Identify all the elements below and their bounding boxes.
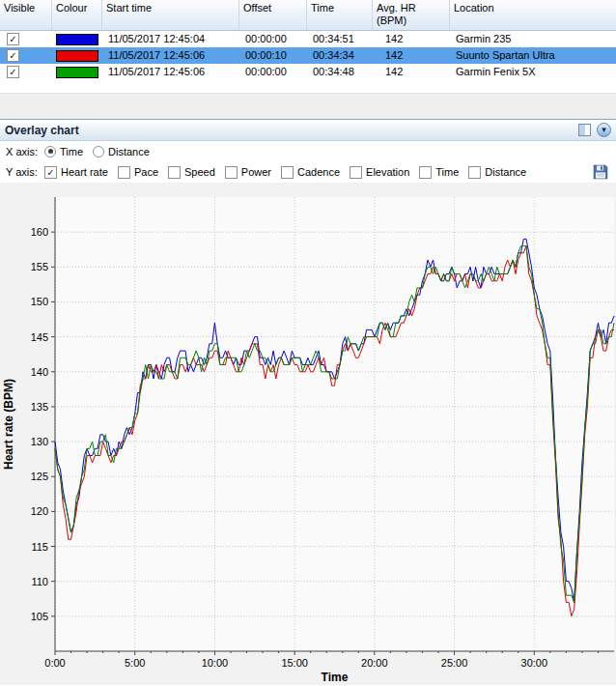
svg-text:15:00: 15:00 xyxy=(281,657,308,669)
svg-text:125: 125 xyxy=(31,471,48,482)
location-value: Suunto Spartan Ultra xyxy=(450,47,616,64)
overlay-chart: 1051101151201251301351401451501551600:00… xyxy=(0,183,616,685)
svg-text:145: 145 xyxy=(31,331,48,343)
svg-text:30:00: 30:00 xyxy=(521,657,548,669)
time-value: 00:34:48 xyxy=(307,64,373,80)
offset-value: 00:00:00 xyxy=(239,64,307,80)
svg-text:115: 115 xyxy=(31,541,48,553)
split-panel-icon[interactable] xyxy=(578,124,591,136)
colour-swatch xyxy=(56,50,98,62)
svg-text:140: 140 xyxy=(31,366,48,378)
svg-text:5:00: 5:00 xyxy=(125,657,145,669)
x-axis-label: X axis: xyxy=(6,146,44,157)
collapse-panel-button[interactable]: ▾ xyxy=(597,123,611,137)
y-axis-controls: Y axis: ✓ Heart rate Pace Speed Power Ca… xyxy=(0,161,616,183)
table-row[interactable]: ✓ 11/05/2017 12:45:06 00:00:10 00:34:34 … xyxy=(0,47,616,64)
svg-text:10:00: 10:00 xyxy=(202,657,229,669)
svg-text:155: 155 xyxy=(31,261,48,272)
y-axis-option-heart-rate[interactable]: ✓ Heart rate xyxy=(44,166,108,179)
checkbox-icon xyxy=(281,166,294,179)
svg-text:130: 130 xyxy=(31,436,48,447)
offset-value: 00:00:00 xyxy=(239,31,307,47)
time-value: 00:34:51 xyxy=(307,31,373,47)
checkbox-icon: ✓ xyxy=(44,166,57,179)
checkbox-icon xyxy=(468,166,481,179)
checkbox-icon xyxy=(225,166,238,179)
column-header-avg-hr[interactable]: Avg. HR (BPM) xyxy=(373,0,450,30)
svg-text:120: 120 xyxy=(31,505,48,517)
column-header-start-time[interactable]: Start time xyxy=(102,0,239,30)
start-time-value: 11/05/2017 12:45:04 xyxy=(102,31,239,47)
location-value: Garmin 235 xyxy=(450,31,616,47)
y-axis-option-speed[interactable]: Speed xyxy=(168,166,215,179)
checkbox-icon xyxy=(168,166,181,179)
y-axis-label: Y axis: xyxy=(6,166,44,178)
y-axis-option-distance[interactable]: Distance xyxy=(468,166,526,179)
column-header-offset[interactable]: Offset xyxy=(239,0,307,30)
panel-gap xyxy=(0,94,616,119)
table-empty-area xyxy=(0,80,616,94)
column-header-location[interactable]: Location xyxy=(450,0,616,30)
panel-title: Overlay chart xyxy=(5,124,578,137)
x-axis-option-time[interactable]: Time xyxy=(44,146,83,157)
y-axis-option-pace[interactable]: Pace xyxy=(118,166,158,179)
save-chart-button[interactable] xyxy=(593,164,608,180)
svg-text:105: 105 xyxy=(31,611,48,622)
visible-checkbox[interactable]: ✓ xyxy=(7,33,19,45)
colour-swatch xyxy=(56,67,98,78)
time-value: 00:34:34 xyxy=(307,47,373,64)
avg-hr-value: 142 xyxy=(373,64,450,80)
avg-hr-value: 142 xyxy=(373,31,450,47)
start-time-value: 11/05/2017 12:45:06 xyxy=(102,64,239,80)
svg-text:Time: Time xyxy=(322,671,349,684)
table-row[interactable]: ✓ 11/05/2017 12:45:04 00:00:00 00:34:51 … xyxy=(0,31,616,47)
svg-text:150: 150 xyxy=(31,296,48,307)
svg-text:20:00: 20:00 xyxy=(361,657,388,669)
checkbox-icon xyxy=(118,166,130,179)
radio-icon xyxy=(44,146,56,157)
radio-icon xyxy=(93,146,104,157)
visible-checkbox[interactable]: ✓ xyxy=(7,49,19,62)
table-row[interactable]: ✓ 11/05/2017 12:45:06 00:00:00 00:34:48 … xyxy=(0,64,616,80)
y-axis-option-cadence[interactable]: Cadence xyxy=(281,166,340,179)
visible-checkbox[interactable]: ✓ xyxy=(7,66,19,78)
y-axis-option-power[interactable]: Power xyxy=(225,166,271,179)
svg-text:0:00: 0:00 xyxy=(44,657,65,669)
save-icon xyxy=(593,164,608,180)
svg-text:110: 110 xyxy=(31,576,48,587)
checkbox-icon xyxy=(350,166,362,179)
column-header-time[interactable]: Time xyxy=(307,0,373,30)
location-value: Garmin Fenix 5X xyxy=(450,64,616,80)
y-axis-option-elevation[interactable]: Elevation xyxy=(350,166,409,179)
avg-hr-value: 142 xyxy=(373,47,450,64)
svg-text:Heart rate (BPM): Heart rate (BPM) xyxy=(2,379,15,470)
column-header-visible[interactable]: Visible xyxy=(0,0,52,30)
column-header-colour[interactable]: Colour xyxy=(52,0,102,30)
x-axis-controls: X axis: Time Distance xyxy=(0,141,616,161)
svg-text:135: 135 xyxy=(31,401,48,413)
svg-text:25:00: 25:00 xyxy=(441,657,468,669)
overlay-chart-header: Overlay chart ▾ xyxy=(0,119,616,141)
hr-line-chart: 1051101151201251301351401451501551600:00… xyxy=(0,183,616,685)
svg-text:160: 160 xyxy=(31,226,48,238)
x-axis-option-distance[interactable]: Distance xyxy=(93,146,150,157)
colour-swatch xyxy=(56,34,98,45)
checkbox-icon xyxy=(419,166,432,179)
start-time-value: 11/05/2017 12:45:06 xyxy=(102,47,239,64)
offset-value: 00:00:10 xyxy=(239,47,307,64)
activities-table-header: Visible Colour Start time Offset Time Av… xyxy=(0,0,616,31)
y-axis-option-time[interactable]: Time xyxy=(419,166,459,179)
